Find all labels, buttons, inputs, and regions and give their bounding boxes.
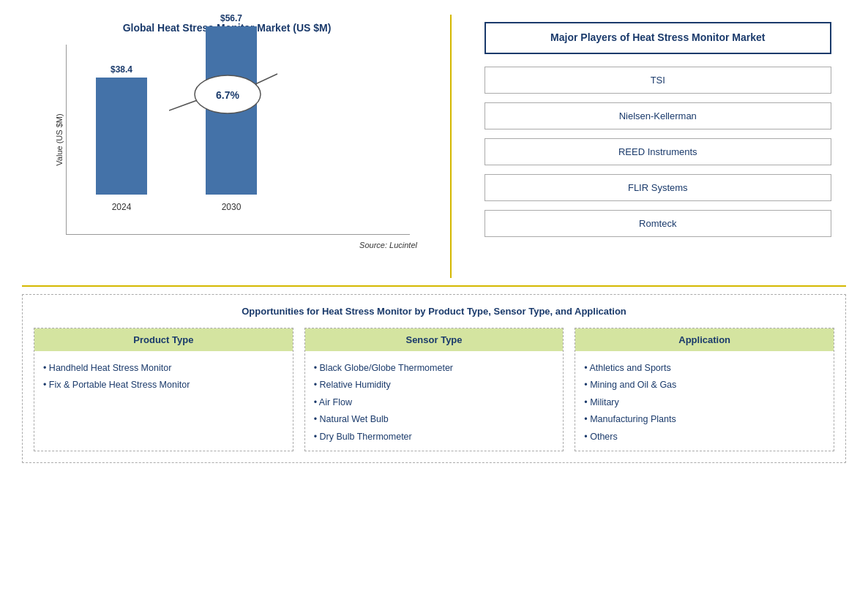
app-item-athletics: Athletics and Sports — [584, 362, 825, 375]
cagr-container: 6.7% — [169, 67, 286, 128]
column-items-application: Athletics and Sports Mining and Oil & Ga… — [575, 358, 834, 451]
column-application: Application Athletics and Sports Mining … — [575, 328, 834, 452]
sensor-item-airflow: Air Flow — [314, 396, 555, 410]
bar-value-2024: $38.4 — [111, 64, 132, 75]
player-item-flir: FLIR Systems — [484, 174, 832, 201]
app-item-mining: Mining and Oil & Gas — [584, 379, 825, 392]
bar-label-2024: 2024 — [112, 202, 132, 212]
cagr-arrow-svg: 6.7% — [169, 67, 286, 125]
bar-value-2030: $56.7 — [220, 13, 242, 23]
sensor-item-dry-bulb: Dry Bulb Thermometer — [314, 431, 555, 444]
player-item-romteck: Romteck — [484, 210, 832, 237]
players-container: Major Players of Heat Stress Monitor Mar… — [470, 15, 847, 278]
horizontal-divider — [22, 285, 846, 287]
product-item-handheld: Handheld Heat Stress Monitor — [43, 362, 284, 375]
player-item-nielsen: Nielsen-Kellerman — [484, 102, 832, 129]
source-text: Source: Lucintel — [29, 241, 417, 249]
bar-label-2030: 2030 — [222, 202, 242, 212]
y-axis-label: Value (US $M) — [55, 113, 64, 165]
bottom-title: Opportunities for Heat Stress Monitor by… — [34, 306, 834, 317]
column-sensor-type: Sensor Type Black Globe/Globe Thermomete… — [304, 328, 564, 452]
app-item-manufacturing: Manufacturing Plants — [584, 413, 825, 426]
bars-wrapper: 6.7% $38.4 2024 $56.7 2030 — [66, 45, 410, 235]
column-header-product-type: Product Type — [34, 328, 293, 351]
app-item-others: Others — [584, 431, 825, 444]
bottom-section: Opportunities for Heat Stress Monitor by… — [22, 294, 846, 464]
app-item-military: Military — [584, 396, 825, 410]
players-title: Major Players of Heat Stress Monitor Mar… — [484, 22, 832, 54]
player-item-reed: REED Instruments — [484, 138, 832, 165]
player-item-tsi: TSI — [484, 67, 832, 94]
product-item-fix-portable: Fix & Portable Heat Stress Monitor — [43, 379, 284, 392]
svg-text:6.7%: 6.7% — [216, 89, 239, 101]
sensor-item-wet-bulb: Natural Wet Bulb — [314, 413, 555, 426]
column-items-sensor-type: Black Globe/Globe Thermometer Relative H… — [305, 358, 564, 451]
chart-container: Global Heat Stress Monitor Market (US $M… — [22, 15, 432, 278]
columns-row: Product Type Handheld Heat Stress Monito… — [34, 328, 834, 452]
top-section: Global Heat Stress Monitor Market (US $M… — [22, 15, 846, 278]
column-items-product-type: Handheld Heat Stress Monitor Fix & Porta… — [34, 358, 293, 399]
vertical-divider — [450, 15, 452, 278]
column-header-application: Application — [575, 328, 834, 351]
page-container: Global Heat Stress Monitor Market (US $M… — [0, 0, 868, 594]
sensor-item-humidity: Relative Humidity — [314, 379, 555, 392]
chart-area: Value (US $M) 6.7% — [66, 45, 410, 235]
bar-2024 — [96, 78, 147, 195]
bar-group-2024: $38.4 2024 — [96, 64, 147, 212]
column-product-type: Product Type Handheld Heat Stress Monito… — [34, 328, 293, 452]
sensor-item-black-globe: Black Globe/Globe Thermometer — [314, 362, 555, 375]
column-header-sensor-type: Sensor Type — [305, 328, 564, 351]
